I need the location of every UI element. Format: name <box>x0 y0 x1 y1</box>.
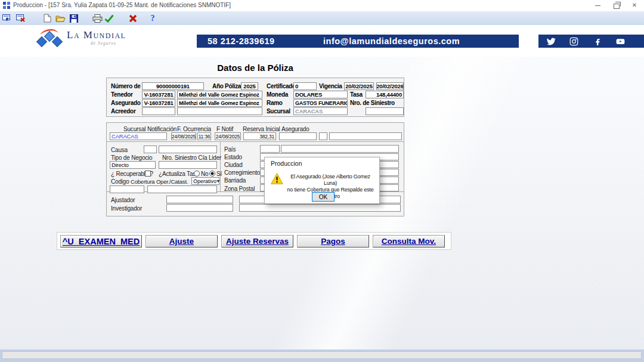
logo-subtext: de Seguros <box>91 41 116 46</box>
hora-ocurrencia-field[interactable]: 11:36 <box>197 132 211 140</box>
sucursal-label: Sucursal <box>267 108 290 115</box>
minimize-button[interactable] <box>589 0 606 11</box>
nro-siniestro-label: Nro. de Siniestro <box>350 100 395 106</box>
acreedor-id-field[interactable] <box>142 107 175 115</box>
ajuste-reservas-button[interactable]: Ajuste Reservas <box>221 235 293 247</box>
acreedor-label: Acreedor <box>111 108 136 115</box>
ajuste-button[interactable]: Ajuste <box>145 235 218 247</box>
asegurado-id-field[interactable]: V-16037281 <box>142 99 175 107</box>
asegurado-notif-label: Asegurado <box>281 126 309 132</box>
warning-icon <box>271 173 283 184</box>
f-notif-field[interactable]: 24/08/2025 <box>215 132 241 140</box>
status-bar-inset <box>2 351 642 359</box>
cancel-button[interactable] <box>127 13 139 24</box>
logo-text: La Mundial <box>67 29 126 41</box>
causa-label: Causa <box>111 147 128 153</box>
zona-postal-label: Zona Postal <box>224 185 255 192</box>
email-address[interactable]: info@lamundialdeseguros.com <box>323 36 460 46</box>
asegurado-label: Asegurado <box>111 100 141 106</box>
barriada-label: Barriada <box>224 177 246 184</box>
examen-med-button[interactable]: ^U_EXAMEN_MED <box>60 235 142 247</box>
tipo-negocio-field[interactable]: Directo <box>110 161 156 169</box>
cobertura-tipo-value: Operativo <box>193 178 216 184</box>
pais-codigo-field[interactable] <box>260 145 280 153</box>
investigador-codigo-field[interactable] <box>166 204 233 212</box>
export-screen-button[interactable] <box>1 13 13 24</box>
close-button[interactable]: ✕ <box>626 0 643 11</box>
instagram-icon[interactable] <box>569 37 578 46</box>
app-icon <box>3 2 11 10</box>
pais-label: País <box>224 146 236 153</box>
tenedor-id-field[interactable]: V-16037281 <box>142 91 175 98</box>
causa-descripcion-field[interactable] <box>159 146 217 153</box>
reserva-inicial-field[interactable]: 382,31 <box>243 132 276 140</box>
pagos-button[interactable]: Pagos <box>297 235 369 247</box>
title-bar: Produccion - [157 Sra. Yulia Zapata 01-0… <box>0 0 644 12</box>
action-button-panel: ^U_EXAMEN_MED Ajuste Ajuste Reservas Pag… <box>57 232 451 250</box>
certificado-field[interactable]: 0 <box>293 82 317 90</box>
numero-label: Número de <box>111 83 141 89</box>
page-header: La Mundial de Seguros 58 212-2839619 inf… <box>0 25 644 57</box>
certificado-label: Certificado <box>267 83 296 89</box>
contact-bar: 58 212-2839619 info@lamundialdeseguros.c… <box>197 35 519 48</box>
restore-button[interactable] <box>608 0 625 11</box>
actualiza-tasa-no-radio[interactable] <box>194 171 200 177</box>
siniestro-numero-field[interactable] <box>366 107 404 115</box>
print-button[interactable] <box>91 13 103 24</box>
new-document-button[interactable] <box>41 13 53 24</box>
ajustador-label: Ajustador <box>111 197 135 203</box>
cobertura-label: Cobertura Oper./Catast. <box>131 178 188 185</box>
social-bar <box>538 35 644 48</box>
twitter-icon[interactable] <box>547 37 556 46</box>
facebook-icon[interactable] <box>593 37 602 46</box>
open-folder-button[interactable] <box>54 13 66 24</box>
pais-field[interactable] <box>281 145 399 153</box>
moneda-field[interactable]: DOLARES <box>293 91 348 98</box>
anio-label: Año Póliza <box>212 83 241 89</box>
print-icon <box>92 14 103 23</box>
asegurado-tipo-field[interactable] <box>319 132 327 140</box>
phone-number: 58 212-2839619 <box>208 36 275 46</box>
causa-codigo-field[interactable] <box>144 146 157 153</box>
vigencia-hasta-field[interactable]: 20/02/2026 <box>376 82 404 90</box>
actualiza-tasa-label: ¿Actualiza Tasa <box>159 171 199 177</box>
accept-button[interactable] <box>103 13 115 24</box>
recuperable-checkbox[interactable] <box>145 171 151 177</box>
ramo-field[interactable]: GASTOS FUNERARIO <box>293 99 348 107</box>
investigador-label: Investigador <box>111 205 142 212</box>
anio-field[interactable]: 2025 <box>241 82 258 90</box>
asegurado-codigo-field[interactable] <box>279 132 317 140</box>
codigo-field[interactable] <box>110 185 144 193</box>
help-button[interactable]: ? <box>147 13 159 24</box>
close-screen-button[interactable] <box>15 13 27 24</box>
nro-siniestro-cia-field[interactable] <box>159 161 217 169</box>
estado-label: Estado <box>224 154 242 160</box>
asegurado-nombre-field[interactable]: Milethzi del Valle Gomez Espinoz <box>177 99 262 107</box>
new-document-icon <box>44 14 51 23</box>
policy-groupbox: Número de 90000000191 Año Póliza 2025 Ce… <box>106 78 404 117</box>
youtube-icon[interactable] <box>616 37 625 46</box>
actualiza-tasa-si-radio[interactable] <box>209 171 215 177</box>
sucursal-field: CARACAS <box>293 107 348 115</box>
asegurado-nombre-notif-field[interactable] <box>329 132 402 140</box>
corregimiento-label: Corregimiento <box>224 169 260 176</box>
numero-field[interactable]: 90000000191 <box>142 82 204 90</box>
radio-no-label: No <box>201 171 208 177</box>
investigador-nombre-field[interactable] <box>239 204 401 212</box>
tenedor-nombre-field[interactable]: Milethzi del Valle Gomez Espinoz <box>177 91 262 98</box>
ramo-label: Ramo <box>267 100 283 106</box>
divider <box>107 141 404 142</box>
cobertura-field[interactable] <box>147 185 217 193</box>
acreedor-nombre-field[interactable] <box>177 107 262 115</box>
ajustador-codigo-field[interactable] <box>166 196 233 203</box>
help-icon: ? <box>151 14 155 23</box>
ok-button[interactable]: OK <box>312 192 335 202</box>
cobertura-tipo-dropdown[interactable]: Operativo <box>191 177 219 185</box>
tasa-field[interactable]: 148,44400 <box>366 91 404 98</box>
f-ocurrencia-field[interactable]: 24/08/2025 <box>171 132 196 140</box>
vigencia-desde-field[interactable]: 20/02/2025 <box>344 82 374 90</box>
save-button[interactable] <box>68 13 80 24</box>
sucursal-notificacion-field[interactable]: CARACAS <box>110 132 167 140</box>
consulta-mov-button[interactable]: Consulta Mov. <box>373 235 445 247</box>
divider <box>220 141 221 191</box>
